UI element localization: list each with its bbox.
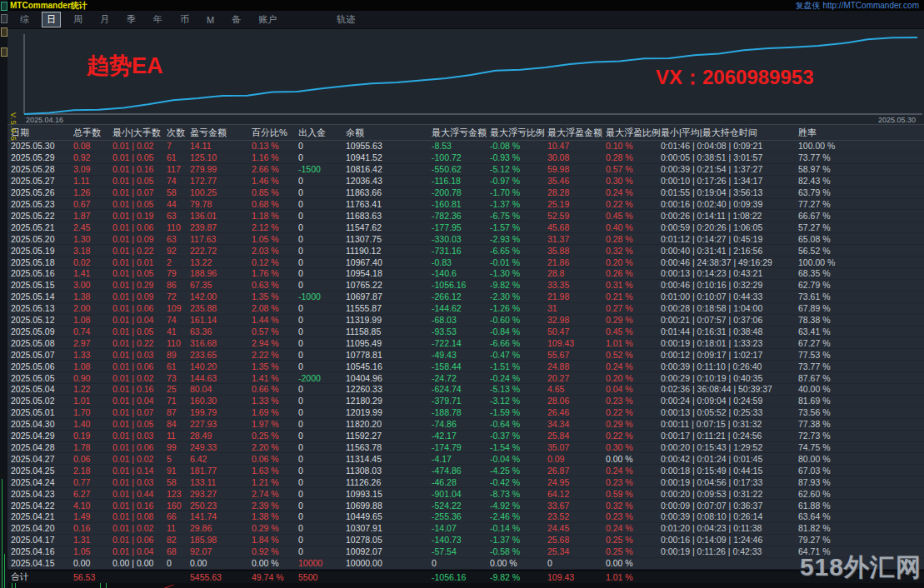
menu-item-日[interactable]: 日 xyxy=(42,12,61,27)
strip-icon-2[interactable] xyxy=(1,14,7,23)
table-row[interactable]: 2025.04.171.310.01 | 0.0682185.981.84 %0… xyxy=(7,535,924,546)
cell-min-max-lots: 0.01 | 0.04 xyxy=(112,315,167,325)
table-row[interactable]: 2025.05.071.330.01 | 0.0389233.652.22 %0… xyxy=(7,349,924,361)
table-row[interactable]: 2025.05.261.260.01 | 0.0758100.250.85 %0… xyxy=(7,187,924,199)
cell-balance: 10307.91 xyxy=(346,523,432,533)
menu-item-M[interactable]: M xyxy=(202,13,219,27)
table-row[interactable]: 2025.05.161.410.01 | 0.0579188.961.76 %0… xyxy=(7,268,924,280)
cell-deposit-withdraw: 0 xyxy=(298,257,346,267)
table-row[interactable]: 2025.05.212.450.01 | 0.06110239.872.12 %… xyxy=(7,222,924,233)
table-row[interactable]: 2025.04.211.490.01 | 0.0866141.741.38 %0… xyxy=(7,511,924,523)
cell-max-float-profit: 31 xyxy=(547,303,606,313)
table-row[interactable]: 2025.04.240.770.01 | 0.0358133.111.21 %0… xyxy=(7,476,924,488)
cell-profit: 100.25 xyxy=(190,187,252,197)
cell-max-float-loss-pct: -6.75 % xyxy=(490,211,547,221)
table-row[interactable]: 2025.05.050.900.01 | 0.0273144.631.41 %-… xyxy=(7,372,924,384)
menu-item-账户[interactable]: 账户 xyxy=(253,12,282,27)
table-row[interactable]: 2025.05.300.080.01 | 0.02714.110.13 %010… xyxy=(7,141,924,152)
cell-max-float-loss: -174.79 xyxy=(432,442,490,452)
menu-item-币[interactable]: 币 xyxy=(175,12,194,27)
cell-balance: 11126.26 xyxy=(346,477,432,487)
menu-item-年[interactable]: 年 xyxy=(148,12,167,27)
table-row[interactable]: 2025.05.141.380.01 | 0.0972142.001.35 %-… xyxy=(7,292,924,303)
table-row[interactable]: 2025.04.252.180.01 | 0.1491181.771.63 %0… xyxy=(7,465,924,476)
table-row[interactable]: 2025.05.153.000.01 | 0.298667.350.63 %01… xyxy=(7,280,924,292)
cell-percent: 2.20 % xyxy=(252,442,298,452)
cell-max-float-profit: 25.68 xyxy=(547,535,606,545)
cell-win-rate: 65.08 % xyxy=(798,234,924,244)
menu-item-备[interactable]: 备 xyxy=(227,12,246,27)
cell-win-rate: 62.60 % xyxy=(798,489,924,499)
menu-item-周[interactable]: 周 xyxy=(68,12,87,27)
header-max-float-loss-pct[interactable]: 最大浮亏比例 xyxy=(490,127,547,139)
cell-percent: 2.74 % xyxy=(252,489,298,499)
header-min-max-lots[interactable]: 最小|大手数 xyxy=(112,127,167,139)
cell-max-float-profit-pct: 0.22 % xyxy=(606,431,661,441)
menu-item-轨迹[interactable]: 轨迹 xyxy=(332,12,360,27)
header-hold-time[interactable]: 最小|平均|最大持仓时间 xyxy=(661,127,798,139)
header-trades[interactable]: 次数 xyxy=(167,127,190,139)
table-row[interactable]: 2025.05.082.970.01 | 0.22110316.682.94 %… xyxy=(7,337,924,349)
table-row[interactable]: 2025.04.281.780.01 | 0.0699249.332.20 %0… xyxy=(7,442,924,454)
header-total-lots[interactable]: 总手数 xyxy=(73,127,112,139)
table-row[interactable]: 2025.05.221.870.01 | 0.1963136.011.18 %0… xyxy=(7,210,924,222)
menu-item-综[interactable]: 综 xyxy=(15,12,34,27)
cell-win-rate: 100.00 % xyxy=(798,141,924,151)
cell-percent: 1.33 % xyxy=(252,396,298,406)
cell-hold-time: 0:00:42 | 0:01:24 | 0:01:45 xyxy=(661,454,798,464)
table-row[interactable]: 2025.05.121.080.01 | 0.0474161.141.44 %0… xyxy=(7,315,924,326)
table-row[interactable]: 2025.05.201.300.01 | 0.0963117.631.05 %0… xyxy=(7,233,924,245)
table-row[interactable]: 2025.04.224.100.01 | 0.16160250.232.39 %… xyxy=(7,500,924,511)
header-win-rate[interactable]: 胜率 xyxy=(798,127,924,139)
cell-balance: 10993.15 xyxy=(346,489,432,499)
table-row[interactable]: 2025.05.283.090.01 | 0.16117279.992.66 %… xyxy=(7,164,924,176)
cell-date: 2025.04.17 xyxy=(11,535,73,545)
cell-percent: 2.08 % xyxy=(252,303,298,313)
cell-max-float-loss-pct: -8.73 % xyxy=(490,489,547,499)
header-max-float-loss[interactable]: 最大浮亏金额 xyxy=(432,127,490,139)
table-row[interactable]: 2025.05.011.700.01 | 0.0787199.791.69 %0… xyxy=(7,407,924,419)
table-row[interactable]: 2025.05.230.670.01 | 0.054479.780.68 %01… xyxy=(7,199,924,211)
strip-icon-3[interactable] xyxy=(1,27,7,37)
cell-date: 2025.04.27 xyxy=(11,454,73,464)
header-percent[interactable]: 百分比% xyxy=(252,127,298,139)
menu-item-月[interactable]: 月 xyxy=(95,12,114,27)
table-row[interactable]: 2025.04.150.000.00 | 0.0000.000.00 %1000… xyxy=(7,558,924,570)
table-row[interactable]: 2025.04.200.160.01 | 0.021129.860.29 %01… xyxy=(7,523,924,535)
table-row[interactable]: 2025.05.061.080.01 | 0.0661140.201.35 %0… xyxy=(7,361,924,372)
cell-win-rate: 81.69 % xyxy=(798,396,924,406)
table-row[interactable]: 2025.05.041.220.01 | 0.162580.040.66 %01… xyxy=(7,384,924,396)
table-row[interactable]: 2025.04.236.270.01 | 0.44123293.272.74 %… xyxy=(7,488,924,500)
menu-item-季[interactable]: 季 xyxy=(122,12,141,27)
table-row[interactable]: 2025.05.090.740.01 | 0.054163.360.57 %01… xyxy=(7,326,924,338)
cell-profit: 249.33 xyxy=(190,442,252,452)
cell-date: 2025.04.28 xyxy=(11,442,73,452)
table-row[interactable]: 2025.04.290.190.01 | 0.031128.490.25 %01… xyxy=(7,431,924,442)
table-row[interactable]: 2025.05.180.020.01 | 0.01213.220.12 %010… xyxy=(7,257,924,268)
table-row[interactable]: 2025.04.301.400.01 | 0.0584227.931.97 %0… xyxy=(7,419,924,431)
cell-max-float-loss: -140.6 xyxy=(432,268,490,278)
table-row[interactable]: 2025.05.021.010.01 | 0.0471160.301.33 %0… xyxy=(7,396,924,407)
header-max-float-profit[interactable]: 最大浮盈金额 xyxy=(547,127,606,139)
cell-total-lots: 6.27 xyxy=(73,489,112,499)
header-balance[interactable]: 余额 xyxy=(346,127,432,139)
cell-hold-time: 0:00:19 | 0:11:26 | 0:42:33 xyxy=(661,546,798,556)
cell-profit: 185.98 xyxy=(190,535,252,545)
header-max-float-profit-pct[interactable]: 最大浮盈比例 xyxy=(606,127,661,139)
cell-date: 2025.04.15 xyxy=(11,558,73,568)
table-row[interactable]: 2025.05.290.920.01 | 0.0561125.101.16 %0… xyxy=(7,152,924,164)
cell-hold-time: 0:00:10 | 0:17:26 | 1:34:17 xyxy=(661,176,798,186)
website-link[interactable]: 复盘侠 http://MTCommander.com xyxy=(796,0,919,12)
strip-icon-4[interactable] xyxy=(1,47,7,57)
strip-icon-1[interactable] xyxy=(1,2,7,11)
table-row[interactable]: 2025.04.270.060.01 | 0.0256.420.06 %0113… xyxy=(7,453,924,465)
table-row[interactable]: 2025.05.132.000.01 | 0.06109235.882.08 %… xyxy=(7,303,924,315)
table-row[interactable]: 2025.04.161.050.01 | 0.046892.070.92 %01… xyxy=(7,546,924,558)
cell-profit: 222.72 xyxy=(190,246,252,256)
header-profit[interactable]: 盈亏金额 xyxy=(190,127,252,139)
cell-date: 2025.05.27 xyxy=(11,176,73,186)
header-deposit-withdraw[interactable]: 出入金 xyxy=(298,127,346,139)
header-date[interactable]: 日期 xyxy=(11,127,73,139)
table-row[interactable]: 2025.05.271.110.01 | 0.0574172.771.46 %0… xyxy=(7,176,924,187)
table-row[interactable]: 2025.05.193.180.01 | 0.2292222.722.03 %0… xyxy=(7,245,924,257)
